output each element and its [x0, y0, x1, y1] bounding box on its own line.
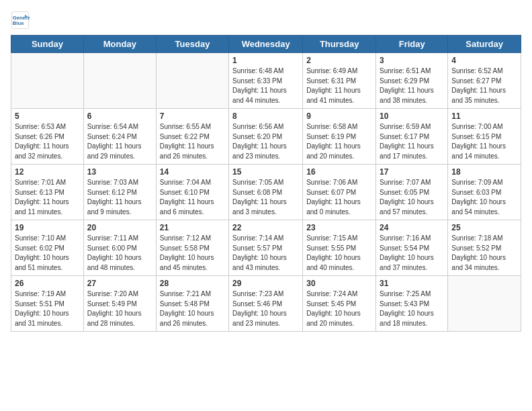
- day-info: Sunrise: 7:01 AM Sunset: 6:13 PM Dayligh…: [15, 178, 80, 217]
- day-number: 2: [306, 56, 372, 65]
- day-info: Sunrise: 6:54 AM Sunset: 6:24 PM Dayligh…: [87, 122, 152, 161]
- day-info: Sunrise: 6:59 AM Sunset: 6:17 PM Dayligh…: [380, 122, 444, 161]
- calendar-cell: 22Sunrise: 7:14 AM Sunset: 5:57 PM Dayli…: [229, 220, 303, 276]
- calendar-cell: 23Sunrise: 7:15 AM Sunset: 5:55 PM Dayli…: [303, 220, 376, 276]
- day-info: Sunrise: 6:58 AM Sunset: 6:19 PM Dayligh…: [306, 122, 372, 161]
- calendar-cell: 30Sunrise: 7:24 AM Sunset: 5:45 PM Dayli…: [303, 276, 376, 332]
- calendar-cell: 6Sunrise: 6:54 AM Sunset: 6:24 PM Daylig…: [83, 109, 156, 165]
- calendar-cell: 21Sunrise: 7:12 AM Sunset: 5:58 PM Dayli…: [156, 220, 228, 276]
- calendar-cell: 7Sunrise: 6:55 AM Sunset: 6:22 PM Daylig…: [156, 109, 228, 165]
- weekday-header-saturday: Saturday: [448, 36, 521, 53]
- calendar-cell: [83, 53, 156, 109]
- calendar-cell: 24Sunrise: 7:16 AM Sunset: 5:54 PM Dayli…: [376, 220, 448, 276]
- calendar-cell: 20Sunrise: 7:11 AM Sunset: 6:00 PM Dayli…: [83, 220, 156, 276]
- day-info: Sunrise: 6:49 AM Sunset: 6:31 PM Dayligh…: [306, 66, 372, 105]
- weekday-header-wednesday: Wednesday: [229, 36, 303, 53]
- week-row-2: 5Sunrise: 6:53 AM Sunset: 6:26 PM Daylig…: [11, 109, 521, 165]
- calendar-cell: 11Sunrise: 7:00 AM Sunset: 6:15 PM Dayli…: [448, 109, 521, 165]
- day-number: 15: [232, 167, 299, 177]
- calendar-cell: 2Sunrise: 6:49 AM Sunset: 6:31 PM Daylig…: [303, 53, 376, 109]
- day-number: 14: [160, 167, 225, 177]
- day-info: Sunrise: 7:16 AM Sunset: 5:54 PM Dayligh…: [380, 234, 444, 273]
- day-number: 8: [232, 111, 299, 121]
- day-number: 18: [451, 167, 517, 177]
- week-row-4: 19Sunrise: 7:10 AM Sunset: 6:02 PM Dayli…: [11, 220, 521, 276]
- logo-icon: General Blue: [11, 11, 30, 30]
- week-row-5: 26Sunrise: 7:19 AM Sunset: 5:51 PM Dayli…: [11, 276, 521, 332]
- calendar-cell: 8Sunrise: 6:56 AM Sunset: 6:20 PM Daylig…: [229, 109, 303, 165]
- calendar-cell: 16Sunrise: 7:06 AM Sunset: 6:07 PM Dayli…: [303, 165, 376, 220]
- day-number: 7: [160, 111, 225, 121]
- day-number: 11: [451, 111, 517, 121]
- day-info: Sunrise: 7:19 AM Sunset: 5:51 PM Dayligh…: [15, 289, 80, 328]
- day-info: Sunrise: 7:07 AM Sunset: 6:05 PM Dayligh…: [380, 178, 444, 217]
- calendar-cell: 5Sunrise: 6:53 AM Sunset: 6:26 PM Daylig…: [11, 109, 84, 165]
- day-info: Sunrise: 7:06 AM Sunset: 6:07 PM Dayligh…: [306, 178, 372, 217]
- day-info: Sunrise: 6:56 AM Sunset: 6:20 PM Dayligh…: [232, 122, 299, 161]
- calendar-cell: 4Sunrise: 6:52 AM Sunset: 6:27 PM Daylig…: [448, 53, 521, 109]
- weekday-header-friday: Friday: [376, 36, 448, 53]
- day-info: Sunrise: 7:04 AM Sunset: 6:10 PM Dayligh…: [160, 178, 225, 217]
- calendar-cell: 19Sunrise: 7:10 AM Sunset: 6:02 PM Dayli…: [11, 220, 84, 276]
- calendar-cell: 3Sunrise: 6:51 AM Sunset: 6:29 PM Daylig…: [376, 53, 448, 109]
- weekday-header-row: SundayMondayTuesdayWednesdayThursdayFrid…: [11, 36, 521, 53]
- day-info: Sunrise: 7:14 AM Sunset: 5:57 PM Dayligh…: [232, 234, 299, 273]
- day-number: 23: [306, 223, 372, 232]
- header: General Blue: [11, 11, 521, 30]
- day-number: 21: [160, 223, 225, 232]
- calendar-cell: 29Sunrise: 7:23 AM Sunset: 5:46 PM Dayli…: [229, 276, 303, 332]
- calendar-cell: 27Sunrise: 7:20 AM Sunset: 5:49 PM Dayli…: [83, 276, 156, 332]
- calendar-cell: 26Sunrise: 7:19 AM Sunset: 5:51 PM Dayli…: [11, 276, 84, 332]
- day-number: 4: [451, 56, 517, 65]
- day-number: 26: [15, 279, 80, 288]
- calendar-cell: 28Sunrise: 7:21 AM Sunset: 5:48 PM Dayli…: [156, 276, 228, 332]
- calendar-cell: [156, 53, 228, 109]
- day-number: 31: [380, 279, 444, 288]
- day-number: 6: [87, 111, 152, 121]
- calendar-cell: 12Sunrise: 7:01 AM Sunset: 6:13 PM Dayli…: [11, 165, 84, 220]
- day-number: 28: [160, 279, 225, 288]
- day-number: 27: [87, 279, 152, 288]
- weekday-header-monday: Monday: [83, 36, 156, 53]
- day-info: Sunrise: 7:03 AM Sunset: 6:12 PM Dayligh…: [87, 178, 152, 217]
- day-number: 16: [306, 167, 372, 177]
- day-number: 12: [15, 167, 80, 177]
- calendar-cell: 13Sunrise: 7:03 AM Sunset: 6:12 PM Dayli…: [83, 165, 156, 220]
- day-number: 20: [87, 223, 152, 232]
- day-info: Sunrise: 7:18 AM Sunset: 5:52 PM Dayligh…: [451, 234, 517, 273]
- day-number: 13: [87, 167, 152, 177]
- day-number: 30: [306, 279, 372, 288]
- weekday-header-tuesday: Tuesday: [156, 36, 228, 53]
- day-number: 3: [380, 56, 444, 65]
- day-info: Sunrise: 7:23 AM Sunset: 5:46 PM Dayligh…: [232, 289, 299, 328]
- day-info: Sunrise: 7:12 AM Sunset: 5:58 PM Dayligh…: [160, 234, 225, 273]
- day-info: Sunrise: 6:53 AM Sunset: 6:26 PM Dayligh…: [15, 122, 80, 161]
- day-number: 19: [15, 223, 80, 232]
- week-row-3: 12Sunrise: 7:01 AM Sunset: 6:13 PM Dayli…: [11, 165, 521, 220]
- day-info: Sunrise: 7:05 AM Sunset: 6:08 PM Dayligh…: [232, 178, 299, 217]
- calendar-cell: 14Sunrise: 7:04 AM Sunset: 6:10 PM Dayli…: [156, 165, 228, 220]
- calendar-cell: 9Sunrise: 6:58 AM Sunset: 6:19 PM Daylig…: [303, 109, 376, 165]
- day-number: 1: [232, 56, 299, 65]
- day-number: 10: [380, 111, 444, 121]
- day-info: Sunrise: 7:24 AM Sunset: 5:45 PM Dayligh…: [306, 289, 372, 328]
- day-info: Sunrise: 7:09 AM Sunset: 6:03 PM Dayligh…: [451, 178, 517, 217]
- calendar-cell: [448, 276, 521, 332]
- svg-text:Blue: Blue: [13, 20, 24, 26]
- day-number: 29: [232, 279, 299, 288]
- day-number: 9: [306, 111, 372, 121]
- day-info: Sunrise: 7:10 AM Sunset: 6:02 PM Dayligh…: [15, 234, 80, 273]
- day-info: Sunrise: 7:00 AM Sunset: 6:15 PM Dayligh…: [451, 122, 517, 161]
- day-info: Sunrise: 7:20 AM Sunset: 5:49 PM Dayligh…: [87, 289, 152, 328]
- day-number: 17: [380, 167, 444, 177]
- day-info: Sunrise: 7:21 AM Sunset: 5:48 PM Dayligh…: [160, 289, 225, 328]
- page-container: General Blue SundayMondayTuesdayWednesda…: [0, 0, 532, 337]
- day-info: Sunrise: 7:25 AM Sunset: 5:43 PM Dayligh…: [380, 289, 444, 328]
- day-info: Sunrise: 6:48 AM Sunset: 6:33 PM Dayligh…: [232, 66, 299, 105]
- calendar-cell: 25Sunrise: 7:18 AM Sunset: 5:52 PM Dayli…: [448, 220, 521, 276]
- day-number: 25: [451, 223, 517, 232]
- weekday-header-sunday: Sunday: [11, 36, 84, 53]
- day-info: Sunrise: 7:11 AM Sunset: 6:00 PM Dayligh…: [87, 234, 152, 273]
- weekday-header-thursday: Thursday: [303, 36, 376, 53]
- calendar-cell: 10Sunrise: 6:59 AM Sunset: 6:17 PM Dayli…: [376, 109, 448, 165]
